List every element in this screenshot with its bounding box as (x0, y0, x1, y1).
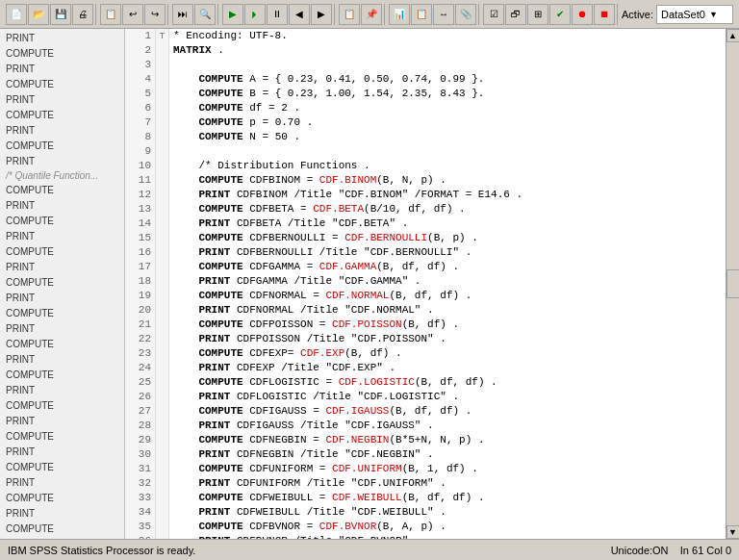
code-line: COMPUTE df = 2 . (173, 101, 722, 115)
sidebar-item: PRINT (0, 383, 124, 398)
sidebar-item: COMPUTE (0, 139, 124, 154)
sidebar-item: PRINT (0, 123, 124, 139)
nav-group: 📋 ↩ ↪ (98, 4, 168, 25)
run-all-button[interactable]: ⏵ (244, 4, 266, 25)
run-group: ▶ ⏵ ⏸ ◀ ▶ (220, 4, 335, 25)
goto-button[interactable]: ⏭ (172, 4, 193, 25)
scroll-down-button[interactable]: ▼ (726, 525, 740, 539)
code-line: PRINT CDFGAMMA /Title "CDF.GAMMA" . (173, 274, 722, 289)
open-button[interactable]: 📂 (28, 4, 49, 25)
code-line: COMPUTE CDFNORMAL = CDF.NORMAL(B, df, df… (173, 289, 722, 303)
code-line: COMPUTE CDFUNIFORM = CDF.UNIFORM(B, 1, d… (173, 462, 722, 476)
insert-group: 📊 📋 ↔ 📎 (387, 4, 479, 25)
sidebar-item: COMPUTE (0, 46, 124, 62)
sidebar: PRINT COMPUTE PRINT COMPUTE PRINT COMPUT… (0, 29, 125, 539)
sidebar-item: PRINT (0, 31, 124, 46)
code-line (173, 58, 722, 72)
sidebar-item: PRINT (0, 62, 124, 77)
sidebar-item: COMPUTE (0, 77, 124, 92)
find-button[interactable]: 🔍 (194, 4, 216, 25)
sidebar-item: COMPUTE (0, 275, 124, 291)
code-line: PRINT CDFWEIBULL /Title "CDF.WEIBULL" . (173, 505, 722, 520)
forward-button[interactable]: ▶ (311, 4, 332, 25)
code-line: PRINT CDFBVNOR /Title "CDF.BVNOR" . (173, 534, 722, 539)
stop2-button[interactable]: ⏹ (594, 4, 615, 25)
scroll-thumb[interactable] (726, 269, 740, 298)
record-button[interactable]: ⏺ (572, 4, 593, 25)
vertical-scrollbar[interactable]: ▲ ▼ (726, 29, 739, 539)
code-editor[interactable]: 1 2 3 4 5 6 7 8 9 10 11 12 13 14 15 16 1… (125, 29, 739, 539)
sidebar-item: PRINT (0, 445, 124, 460)
sidebar-comment: /* Quantile Function... (0, 169, 124, 183)
sidebar-item: PRINT (0, 537, 124, 539)
sidebar-item: COMPUTE (0, 244, 124, 260)
new-button[interactable]: 📄 (6, 4, 27, 25)
code-line: COMPUTE B = { 0.23, 1.00, 1.54, 2.35, 8.… (173, 87, 722, 101)
sidebar-item: PRINT (0, 198, 124, 214)
sidebar-item: PRINT (0, 229, 124, 244)
unicode-status: Unicode:ON In 61 Col 0 (611, 545, 731, 556)
stop-button[interactable]: ⏸ (267, 4, 288, 25)
sidebar-item: COMPUTE (0, 337, 124, 352)
code-line: COMPUTE CDFBERNOULLI = CDF.BERNOULLI(B, … (173, 231, 722, 245)
sidebar-item: COMPUTE (0, 522, 124, 537)
select-button[interactable]: ☑ (483, 4, 504, 25)
dataset-value: DataSet0 (661, 9, 705, 20)
sidebar-item: COMPUTE (0, 398, 124, 414)
redo-button[interactable]: ↪ (144, 4, 166, 25)
code-line: COMPUTE CDFEXP= CDF.EXP(B, df) . (173, 346, 722, 361)
check-button[interactable]: ✔ (549, 4, 571, 25)
line-numbers: 1 2 3 4 5 6 7 8 9 10 11 12 13 14 15 16 1… (125, 29, 156, 539)
run-button[interactable]: ▶ (222, 4, 243, 25)
code-line: * Encoding: UTF-8. (173, 29, 722, 43)
dataset-dropdown[interactable]: DataSet0 ▼ (656, 5, 733, 24)
code-line: PRINT CDFNORMAL /Title "CDF.NORMAL" . (173, 303, 722, 318)
sidebar-item: COMPUTE (0, 460, 124, 475)
scroll-up-button[interactable]: ▲ (726, 29, 740, 42)
sidebar-item: COMPUTE (0, 183, 124, 198)
sidebar-item: PRINT (0, 475, 124, 491)
code-line: PRINT CDFLOGISTIC /Title "CDF.LOGISTIC" … (173, 390, 722, 404)
window-group: ☑ 🗗 ⊞ ✔ ⏺ ⏹ (481, 4, 618, 25)
print-button[interactable]: 🖨 (72, 4, 93, 25)
sidebar-item: COMPUTE (0, 429, 124, 445)
code-line: PRINT CDFBERNOULLI /Title "CDF.BERNOULLI… (173, 245, 722, 260)
code-line: PRINT CDFIGAUSS /Title "CDF.IGAUSS" . (173, 419, 722, 433)
code-line: COMPUTE CDFPOISSON = CDF.POISSON(B, df) … (173, 318, 722, 332)
code-line: COMPUTE N = 50 . (173, 130, 722, 144)
processor-status: IBM SPSS Statistics Processor is ready. (8, 545, 195, 556)
sidebar-item: COMPUTE (0, 306, 124, 321)
code-line: PRINT CDFEXP /Title "CDF.EXP" . (173, 361, 722, 375)
code-line (173, 144, 722, 159)
undo-button[interactable]: ↩ (122, 4, 143, 25)
window1-button[interactable]: 🗗 (505, 4, 526, 25)
file-group: 📄 📂 💾 🖨 (4, 4, 96, 25)
window2-button[interactable]: ⊞ (527, 4, 548, 25)
code-line: COMPUTE CDFNEGBIN = CDF.NEGBIN(B*5+N, N,… (173, 433, 722, 447)
code-line: COMPUTE p = 0.70 . (173, 115, 722, 130)
code-content[interactable]: * Encoding: UTF-8. MATRIX . COMPUTE A = … (169, 29, 726, 539)
table-button[interactable]: 📋 (411, 4, 432, 25)
code-line: COMPUTE CDFLOGISTIC = CDF.LOGISTIC(B, df… (173, 375, 722, 390)
copy-output-button[interactable]: 📋 (339, 4, 360, 25)
active-group: Active: DataSet0 ▼ (620, 5, 735, 24)
dropdown-arrow-icon: ▼ (709, 10, 718, 19)
code-line: COMPUTE CDFBVNOR = CDF.BVNOR(B, A, p) . (173, 520, 722, 534)
unicode-label: Unicode:ON (611, 545, 669, 556)
save-button[interactable]: 💾 (50, 4, 71, 25)
edit-group: 📋 📌 (337, 4, 385, 25)
toolbar: 📄 📂 💾 🖨 📋 ↩ ↪ ⏭ 🔍 ▶ ⏵ ⏸ ◀ ▶ 📋 📌 📊 📋 ↔ 📎 … (0, 0, 739, 29)
chart-button[interactable]: 📊 (389, 4, 410, 25)
main-area: PRINT COMPUTE PRINT COMPUTE PRINT COMPUT… (0, 29, 739, 539)
code-line: COMPUTE CDFIGAUSS = CDF.IGAUSS(B, df, df… (173, 404, 722, 419)
code-line: /* Distribution Functions . (173, 159, 722, 173)
recent-button[interactable]: 📋 (100, 4, 121, 25)
code-line: COMPUTE CDFBINOM = CDF.BINOM(B, N, p) . (173, 173, 722, 188)
ref-button[interactable]: 📎 (455, 4, 476, 25)
paste-button[interactable]: 📌 (361, 4, 382, 25)
code-line: COMPUTE CDFBETA = CDF.BETA(B/10, df, df)… (173, 202, 722, 216)
code-line: PRINT CDFBINOM /Title "CDF.BINOM" /FORMA… (173, 188, 722, 202)
pivot-button[interactable]: ↔ (433, 4, 454, 25)
code-line: MATRIX . (173, 43, 722, 58)
back-button[interactable]: ◀ (289, 4, 310, 25)
